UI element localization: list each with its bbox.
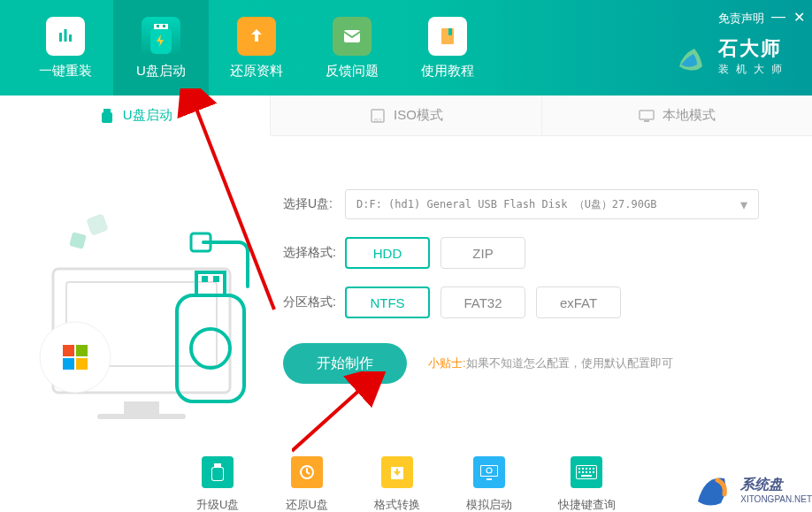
brand-name: 石大师 [718,35,789,62]
footer-label: 还原U盘 [286,497,328,512]
svg-rect-33 [212,468,223,480]
feedback-icon [333,17,372,56]
svg-rect-4 [163,25,165,27]
usb-icon [98,107,116,125]
header-bar: 免责声明 — ✕ 一键重装 U盘启动 还原资料 反馈问题 [0,0,812,96]
nav-label: 一键重装 [39,63,92,80]
tab-usb-boot[interactable]: U盘启动 [0,96,271,136]
footer-label: 格式转换 [374,497,420,512]
usb-illustration [0,136,274,456]
main-content: 选择U盘: D:F: (hd1) General USB Flash Disk … [0,136,812,456]
footer-upgrade-usb[interactable]: 升级U盘 [196,456,239,512]
usb-boot-icon [142,17,180,56]
nav-label: 还原资料 [230,63,283,80]
watermark: 系统盘 XITONGPAN.NET [691,468,812,512]
tab-label: U盘启动 [123,107,172,124]
chevron-down-icon: ▾ [740,196,747,213]
footer-label: 快捷键查询 [558,497,616,512]
mode-tabs: U盘启动 ISO ISO模式 本地模式 [0,96,812,136]
keyboard-icon [571,456,602,488]
svg-rect-50 [589,471,591,473]
svg-rect-22 [76,345,88,356]
svg-rect-15 [86,213,109,236]
svg-rect-52 [581,475,592,477]
format-hdd-button[interactable]: HDD [345,237,430,269]
tab-label: 本地模式 [663,107,716,124]
watermark-main: 系统盘 [740,476,812,494]
svg-rect-12 [640,111,654,119]
svg-rect-24 [76,358,88,370]
tab-local-mode[interactable]: 本地模式 [542,96,812,136]
svg-rect-39 [486,478,492,480]
partition-fat32-button[interactable]: FAT32 [440,287,525,318]
simulate-icon [473,456,505,488]
svg-rect-42 [578,468,580,470]
footer-hotkey-query[interactable]: 快捷键查询 [558,456,616,512]
footer-format-convert[interactable]: 格式转换 [374,456,420,512]
nav-feedback[interactable]: 反馈问题 [304,0,400,96]
partition-ntfs-button[interactable]: NTFS [345,287,430,318]
minimize-icon[interactable]: — [771,12,785,21]
convert-icon [381,456,413,488]
monitor-icon [638,107,655,125]
nav-reinstall[interactable]: 一键重装 [18,0,113,96]
brand-tagline: 装机大师 [718,62,789,77]
watermark-sub: XITONGPAN.NET [740,494,812,504]
tip-message: 小贴士:如果不知道怎么配置，使用默认配置即可 [428,355,673,371]
nav-label: U盘启动 [136,63,186,80]
svg-rect-7 [448,28,452,35]
svg-rect-45 [589,468,591,470]
watermark-logo-icon [691,468,735,512]
partition-exfat-button[interactable]: exFAT [536,287,621,318]
svg-rect-51 [593,471,594,473]
svg-rect-29 [213,276,219,282]
nav-label: 反馈问题 [326,63,379,80]
brand-logo-icon [672,38,709,75]
svg-rect-43 [582,468,584,470]
svg-rect-1 [65,29,67,42]
svg-rect-8 [103,109,111,112]
restore-icon [237,17,276,56]
svg-rect-2 [69,34,72,42]
reinstall-icon [46,17,85,56]
svg-rect-19 [97,414,186,419]
svg-rect-23 [63,358,74,370]
svg-rect-49 [586,471,587,473]
nav-tutorial[interactable]: 使用教程 [400,0,495,96]
svg-rect-21 [63,345,74,356]
iso-icon: ISO [369,107,387,125]
tip-label: 小贴士: [428,356,466,370]
nav-restore[interactable]: 还原资料 [209,0,304,96]
usb-select-value: D:F: (hd1) General USB Flash Disk （U盘）27… [356,197,656,212]
nav-usb-boot[interactable]: U盘启动 [113,0,209,96]
tab-label: ISO模式 [394,107,443,124]
svg-rect-47 [578,471,580,473]
footer-restore-usb[interactable]: 还原U盘 [286,456,328,512]
close-icon[interactable]: ✕ [793,9,805,26]
start-create-button[interactable]: 开始制作 [283,343,407,384]
svg-rect-9 [102,112,112,123]
svg-rect-44 [586,468,587,470]
svg-rect-18 [124,401,159,414]
brand-logo-area: 石大师 装机大师 [672,35,789,77]
format-label: 选择格式: [283,245,345,261]
nav-label: 使用教程 [421,63,474,80]
restore-usb-icon [291,456,323,488]
svg-rect-27 [196,272,225,295]
svg-rect-13 [644,120,649,122]
svg-rect-26 [177,295,244,401]
svg-rect-14 [69,232,87,249]
disclaimer-link[interactable]: 免责声明 [718,11,764,27]
tip-text: 如果不知道怎么配置，使用默认配置即可 [466,356,673,370]
svg-rect-28 [202,276,208,282]
footer-simulate-boot[interactable]: 模拟启动 [466,456,512,512]
usb-select-dropdown[interactable]: D:F: (hd1) General USB Flash Disk （U盘）27… [345,189,759,219]
footer-label: 模拟启动 [466,497,512,512]
tab-iso-mode[interactable]: ISO ISO模式 [271,96,541,136]
svg-point-30 [191,329,230,368]
svg-rect-0 [59,33,62,42]
svg-rect-46 [593,468,594,470]
svg-point-20 [40,322,111,393]
format-zip-button[interactable]: ZIP [440,237,525,269]
svg-rect-3 [157,25,159,27]
